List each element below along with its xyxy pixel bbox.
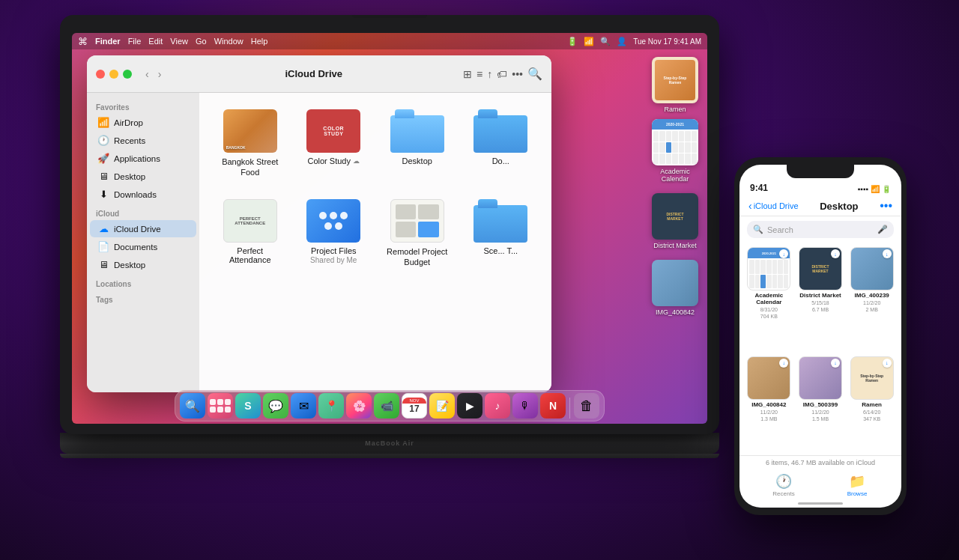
forward-button[interactable]: › (155, 67, 165, 82)
iphone-file-ramen[interactable]: Step-by-StepRamen ↓ Ramen 6/14/20 347 KB (850, 356, 894, 451)
district-label: District Market (653, 242, 697, 249)
colorstudy-thumbnail: COLORSTUDY (306, 109, 360, 153)
macbook-chin (72, 424, 707, 428)
iphone-file-img500399[interactable]: ↓ IMG_500399 11/2/20 1.5 MB (799, 356, 843, 451)
finder-item-bangkok[interactable]: BANGKOK Bangkok Street Food (211, 105, 289, 183)
dock-item-mail[interactable]: ✉ (291, 393, 316, 419)
iphone-back-button[interactable]: ‹ iCloud Drive (748, 200, 799, 212)
dock-item-messages[interactable]: 💬 (263, 393, 288, 419)
sce-folder-icon (474, 199, 527, 243)
iphone-file-district[interactable]: DISTRICTMARKET ↓ District Market 5/15/18… (799, 247, 843, 349)
share-button[interactable]: ↑ (487, 68, 492, 80)
iphone-img500399-date: 11/2/20 (811, 410, 829, 415)
downloads-label: Downloads (114, 190, 157, 199)
iphone-tab-recents[interactable]: 🕐 Recents (747, 471, 820, 499)
iphone-academic-size: 704 KB (760, 314, 778, 319)
sidebar-item-downloads[interactable]: ⬇ Downloads (90, 186, 196, 203)
control-icon[interactable]: 👤 (617, 37, 627, 46)
window-menu[interactable]: Window (214, 37, 243, 46)
finder-content: BANGKOK Bangkok Street Food COLORSTUDY (199, 93, 551, 392)
nav-buttons: ‹ › (142, 67, 164, 82)
dock-item-podcasts[interactable]: 🎙 (512, 393, 538, 419)
more-button[interactable]: ••• (512, 68, 523, 80)
minimize-button[interactable] (109, 70, 118, 79)
apple-menu[interactable]: ⌘ (78, 36, 88, 47)
desktop-icon-district[interactable]: DISTRICTMARKET District Market (649, 193, 701, 249)
finder-item-do-folder[interactable]: Do... (462, 105, 540, 183)
desktop-icons: Step-by-StepRamen Ramen 2020-2021 (649, 57, 701, 316)
macbook-feet (60, 454, 719, 458)
iphone-img400842-date: 11/2/20 (760, 410, 778, 415)
iphone-tab-browse[interactable]: 📁 Browse (820, 471, 894, 499)
sidebar-item-desktop2[interactable]: 🖥 Desktop (90, 256, 196, 273)
edit-menu[interactable]: Edit (148, 37, 163, 46)
finder-item-colorstudy[interactable]: COLORSTUDY Color Study ☁ (295, 105, 373, 183)
desktop-icon-photo[interactable]: IMG_400842 (649, 260, 701, 316)
search-button[interactable]: 🔍 (527, 67, 542, 81)
menubar-right: 🔋 📶 🔍 👤 Tue Nov 17 9:41 AM (567, 37, 701, 46)
finder-item-project[interactable]: Project Files Shared by Me (295, 195, 373, 273)
sidebar-item-applications[interactable]: 🚀 Applications (90, 150, 196, 167)
dock-item-facetime[interactable]: 📹 (374, 393, 399, 419)
finder-item-remodel[interactable]: Remodel Project Budget (378, 195, 456, 273)
sidebar-item-airdrop[interactable]: 📶 AirDrop (90, 114, 196, 131)
finder-item-attendance[interactable]: PERFECTATTENDANCE Perfect Attendance (211, 195, 289, 273)
sort-button[interactable]: ≡ (477, 68, 482, 80)
battery-icon: 🔋 (567, 37, 578, 46)
iphone-img400239-label: IMG_400239 (855, 292, 889, 299)
dock-item-news[interactable]: N (540, 393, 566, 419)
dock-item-music[interactable]: ♪ (485, 393, 510, 419)
iphone-search-bar[interactable]: 🔍 Search 🎤 (747, 221, 894, 238)
view-menu[interactable]: View (170, 37, 188, 46)
dock-item-notes[interactable]: 📝 (429, 393, 455, 419)
sidebar-item-documents[interactable]: 📄 Documents (90, 238, 196, 255)
iphone-files-grid: 2020-2021 ↓ Academic Calendar 8/31/20 70… (739, 243, 901, 455)
iphone-nav-title: Desktop (799, 201, 880, 212)
finder-item-sce-folder[interactable]: Sce... T... (462, 195, 540, 273)
finder-menu[interactable]: Finder (95, 37, 121, 46)
dock-item-calendar[interactable]: NOV 17 (402, 393, 427, 419)
desktop-icon-academic[interactable]: 2020-2021 Academic Calendar (649, 119, 701, 183)
go-menu[interactable]: Go (196, 37, 207, 46)
desktop-icon-ramen[interactable]: Step-by-StepRamen Ramen (649, 57, 701, 113)
close-button[interactable] (96, 70, 105, 79)
sce-folder-label: Sce... T... (483, 246, 518, 255)
iphone-file-academic[interactable]: 2020-2021 ↓ Academic Calendar 8/31/20 70… (747, 247, 791, 349)
macbook-hinge (352, 15, 427, 18)
search-icon[interactable]: 🔍 (600, 37, 611, 46)
help-menu[interactable]: Help (251, 37, 268, 46)
desktop-icon: 🖥 (97, 171, 109, 182)
iphone-file-img400842[interactable]: ↓ IMG_400842 11/2/20 1.3 MB (747, 356, 791, 451)
file-menu[interactable]: File (128, 37, 142, 46)
iphone-file-img400239[interactable]: ↓ IMG_400239 11/2/20 2 MB (850, 247, 894, 349)
dock-item-trash[interactable]: 🗑 (574, 393, 599, 419)
dock-separator (569, 398, 570, 419)
iphone-more-button[interactable]: ••• (880, 199, 892, 213)
dock-item-safari[interactable]: S (235, 393, 261, 419)
tag-button[interactable]: 🏷 (497, 68, 507, 80)
menubar: ⌘ Finder File Edit View Go Window Help 🔋… (72, 33, 707, 49)
applications-label: Applications (114, 154, 160, 163)
dock-item-appletv[interactable]: ▶ (457, 393, 482, 419)
sidebar-item-recents[interactable]: 🕐 Recents (90, 132, 196, 149)
dock-item-launchpad[interactable] (208, 393, 233, 419)
view-toggle-button[interactable]: ⊞ (463, 68, 472, 80)
remodel-label: Remodel Project Budget (383, 246, 452, 268)
dock-item-maps[interactable]: 📍 (318, 393, 344, 419)
search-field-icon: 🔍 (753, 225, 763, 234)
maximize-button[interactable] (123, 70, 132, 79)
sidebar-item-icloud-drive[interactable]: ☁ iCloud Drive (90, 220, 196, 237)
sidebar-item-desktop[interactable]: 🖥 Desktop (90, 168, 196, 185)
finder-grid: BANGKOK Bangkok Street Food COLORSTUDY (211, 105, 539, 272)
search-field-placeholder: Search (767, 225, 793, 234)
dock-item-photos[interactable]: 🌸 (346, 393, 372, 419)
finder-item-desktop-folder[interactable]: Desktop (378, 105, 456, 183)
iphone-ramen-label: Ramen (862, 401, 882, 408)
dock-item-finder[interactable]: 🔍 (180, 393, 205, 419)
iphone-district-thumb: DISTRICTMARKET ↓ (799, 247, 842, 290)
finder-toolbar: ‹ › iCloud Drive ⊞ ≡ ↑ 🏷 ••• 🔍 (87, 55, 551, 93)
iphone-img400239-thumb: ↓ (850, 247, 894, 290)
iphone-footer: 6 items, 46.7 MB available on iCloud 🕐 R… (739, 455, 901, 508)
district-thumbnail: DISTRICTMARKET (652, 193, 698, 240)
back-button[interactable]: ‹ (142, 67, 152, 82)
